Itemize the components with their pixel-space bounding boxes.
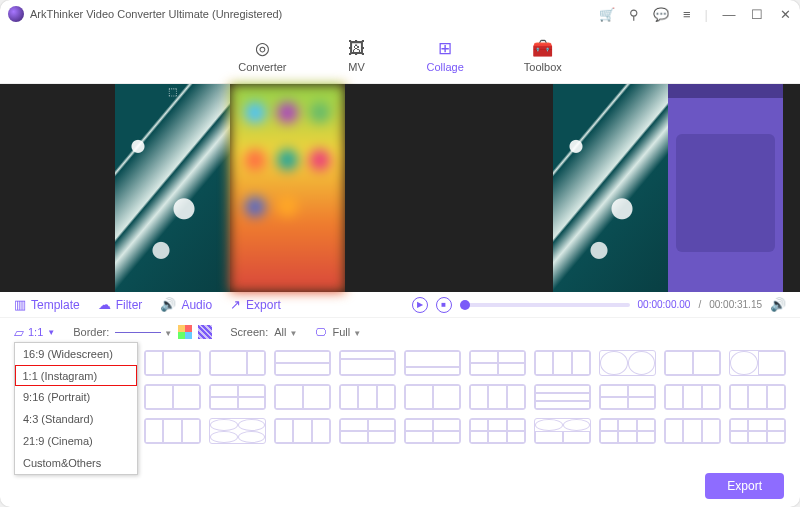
stop-button[interactable]: ■ — [436, 297, 452, 313]
maximize-button[interactable]: ☐ — [750, 7, 764, 22]
export-button[interactable]: Export — [705, 473, 784, 499]
volume-icon[interactable]: 🔊 — [770, 297, 786, 312]
ratio-option-16-9[interactable]: 16:9 (Widescreen) — [15, 343, 137, 365]
template-item[interactable] — [404, 418, 461, 444]
ratio-option-4-3[interactable]: 4:3 (Standard) — [15, 408, 137, 430]
mv-icon: 🖼 — [347, 39, 367, 59]
template-item[interactable] — [729, 350, 786, 376]
tab-export[interactable]: ↗Export — [230, 297, 281, 312]
ratio-icon: ▱ — [14, 325, 24, 340]
template-item[interactable] — [729, 418, 786, 444]
time-current: 00:00:00.00 — [638, 299, 691, 310]
template-item[interactable] — [209, 350, 266, 376]
cart-icon[interactable]: 🛒 — [599, 7, 615, 22]
border-pattern-picker[interactable] — [198, 325, 212, 339]
screen-label: Screen: — [230, 326, 268, 338]
template-item[interactable] — [339, 418, 396, 444]
window-title: ArkThinker Video Converter Ultimate (Unr… — [30, 8, 282, 20]
nav-converter[interactable]: ◎ Converter — [238, 39, 286, 73]
audio-icon: 🔊 — [160, 297, 176, 312]
template-item[interactable] — [144, 418, 201, 444]
nav-label: Converter — [238, 61, 286, 73]
ratio-value: 1:1 — [28, 326, 43, 338]
ratio-option-1-1-highlighted[interactable]: 1:1 (Instagram) — [15, 365, 137, 386]
collage-cell-1[interactable]: ⬚ — [115, 84, 230, 292]
collage-cell-2-selected[interactable] — [230, 84, 345, 292]
template-item[interactable] — [144, 384, 201, 410]
collage-preview: ⬚ — [0, 84, 800, 292]
ratio-option-21-9[interactable]: 21:9 (Cinema) — [15, 430, 137, 452]
collage-cell-3[interactable] — [553, 84, 668, 292]
template-item[interactable] — [404, 384, 461, 410]
tab-label: Export — [246, 298, 281, 312]
fill-select[interactable]: Full ▼ — [332, 326, 361, 338]
tab-filter[interactable]: ☁Filter — [98, 297, 143, 312]
template-item[interactable] — [599, 418, 656, 444]
screen-select[interactable]: All ▼ — [274, 326, 297, 338]
minimize-button[interactable]: — — [722, 7, 736, 22]
nav-label: MV — [348, 61, 365, 73]
preview-pad-left — [0, 84, 115, 292]
titlebar-actions: 🛒 ⚲ 💬 ≡ | — ☐ ✕ — [599, 7, 792, 22]
ratio-option-9-16[interactable]: 9:16 (Portrait) — [15, 386, 137, 408]
sub-toolbar: ▥Template ☁Filter 🔊Audio ↗Export ▶ ■ 00:… — [0, 292, 800, 318]
nav-toolbox[interactable]: 🧰 Toolbox — [524, 39, 562, 73]
template-item[interactable] — [534, 350, 591, 376]
template-item[interactable] — [729, 384, 786, 410]
template-item[interactable] — [339, 384, 396, 410]
export-icon: ↗ — [230, 297, 241, 312]
border-color-picker[interactable] — [178, 325, 192, 339]
template-item[interactable] — [274, 418, 331, 444]
collage-cell-4[interactable] — [668, 84, 783, 292]
clip-icon: ⬚ — [168, 86, 177, 97]
screen-control: Screen: All ▼ — [230, 326, 297, 338]
nav-mv[interactable]: 🖼 MV — [347, 39, 367, 73]
template-item[interactable] — [144, 350, 201, 376]
playback-controls: ▶ ■ 00:00:00.00/00:00:31.15 🔊 — [412, 297, 786, 313]
template-item[interactable] — [209, 418, 266, 444]
ratio-option-custom[interactable]: Custom&Others — [15, 452, 137, 474]
tab-template[interactable]: ▥Template — [14, 297, 80, 312]
fill-control: 🖵 Full ▼ — [315, 326, 361, 338]
nav-label: Collage — [427, 61, 464, 73]
template-item[interactable] — [209, 384, 266, 410]
template-item[interactable] — [274, 384, 331, 410]
tab-label: Template — [31, 298, 80, 312]
close-button[interactable]: ✕ — [778, 7, 792, 22]
converter-icon: ◎ — [252, 39, 272, 59]
timeline-slider[interactable] — [460, 303, 630, 307]
separator: | — [705, 7, 708, 22]
template-item[interactable] — [404, 350, 461, 376]
tab-audio[interactable]: 🔊Audio — [160, 297, 212, 312]
border-style-select[interactable]: ▼ — [115, 326, 172, 338]
template-item[interactable] — [599, 350, 656, 376]
template-icon: ▥ — [14, 297, 26, 312]
tab-label: Filter — [116, 298, 143, 312]
key-icon[interactable]: ⚲ — [629, 7, 639, 22]
template-item[interactable] — [534, 384, 591, 410]
template-item[interactable] — [469, 418, 526, 444]
template-item[interactable] — [534, 418, 591, 444]
feedback-icon[interactable]: 💬 — [653, 7, 669, 22]
template-item[interactable] — [469, 350, 526, 376]
chevron-down-icon: ▼ — [47, 328, 55, 337]
nav-collage[interactable]: ⊞ Collage — [427, 39, 464, 73]
preview-pad-right — [783, 84, 800, 292]
timeline-knob[interactable] — [460, 300, 470, 310]
template-item[interactable] — [274, 350, 331, 376]
template-item[interactable] — [599, 384, 656, 410]
app-logo-icon — [8, 6, 24, 22]
border-control: Border: ▼ — [73, 325, 212, 339]
template-item[interactable] — [664, 384, 721, 410]
play-button[interactable]: ▶ — [412, 297, 428, 313]
template-item[interactable] — [469, 384, 526, 410]
template-item[interactable] — [339, 350, 396, 376]
app-window: ArkThinker Video Converter Ultimate (Unr… — [0, 0, 800, 507]
template-item[interactable] — [664, 418, 721, 444]
template-item[interactable] — [664, 350, 721, 376]
ratio-dropdown-trigger[interactable]: ▱ 1:1 ▼ — [14, 325, 55, 340]
display-icon: 🖵 — [315, 326, 326, 338]
ratio-dropdown-menu: 16:9 (Widescreen) 1:1 (Instagram) 9:16 (… — [14, 342, 138, 475]
collage-icon: ⊞ — [435, 39, 455, 59]
menu-icon[interactable]: ≡ — [683, 7, 691, 22]
